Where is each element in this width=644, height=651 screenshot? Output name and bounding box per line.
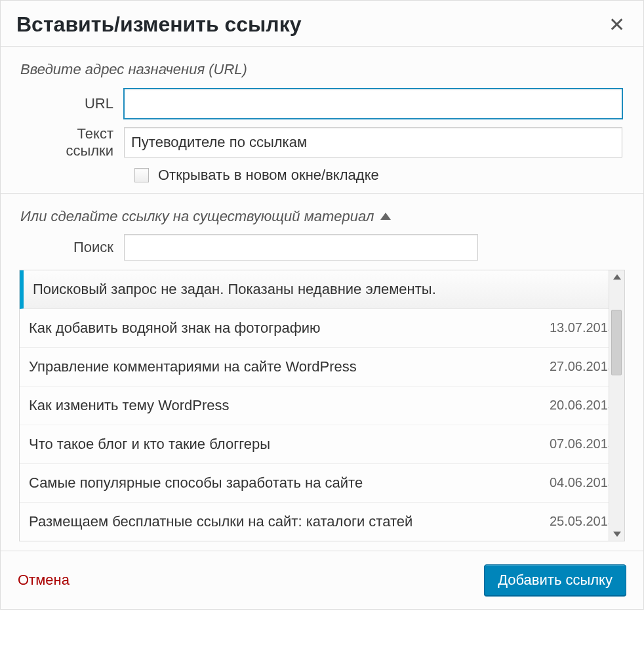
- scroll-thumb[interactable]: [611, 310, 622, 375]
- dialog-body: Введите адрес назначения (URL) URL Текст…: [1, 47, 643, 551]
- close-icon[interactable]: ✕: [606, 15, 628, 35]
- url-label: URL: [19, 95, 124, 112]
- open-new-row: Открывать в новом окне/вкладке: [134, 167, 625, 184]
- open-new-label: Открывать в новом окне/вкладке: [158, 167, 379, 184]
- search-input[interactable]: [124, 234, 478, 261]
- list-item-date: 07.06.2015: [550, 436, 615, 452]
- list-item-date: 27.06.2015: [550, 359, 615, 374]
- list-item-date: 13.07.2015: [550, 320, 615, 335]
- existing-content-label: Или сделайте ссылку на существующий мате…: [20, 208, 374, 225]
- list-item-date: 25.05.2015: [550, 514, 615, 529]
- list-item[interactable]: Самые популярные способы заработать на с…: [20, 464, 624, 503]
- url-row: URL: [19, 89, 625, 119]
- list-item[interactable]: Как добавить водяной знак на фотографию …: [20, 309, 624, 348]
- list-item-title: Как изменить тему WordPress: [29, 397, 230, 414]
- scroll-up-icon[interactable]: [613, 274, 621, 280]
- search-row: Поиск: [19, 234, 625, 261]
- list-item-title: Как добавить водяной знак на фотографию: [29, 320, 321, 337]
- dialog-title: Вставить/изменить ссылку: [16, 12, 302, 37]
- chevron-up-icon: [380, 213, 391, 220]
- list-item-date: 04.06.2015: [550, 475, 615, 490]
- results-list: Поисковый запрос не задан. Показаны неда…: [19, 270, 625, 541]
- search-label: Поиск: [19, 239, 124, 256]
- divider: [1, 193, 643, 194]
- list-item-title: Самые популярные способы заработать на с…: [29, 474, 363, 492]
- list-item[interactable]: Что такое блог и кто такие блоггеры 07.0…: [20, 425, 624, 464]
- insert-link-dialog: Вставить/изменить ссылку ✕ Введите адрес…: [0, 0, 644, 610]
- scrollbar[interactable]: [609, 270, 624, 541]
- list-item[interactable]: Управление комментариями на сайте WordPr…: [20, 348, 624, 387]
- list-item-title: Что такое блог и кто такие блоггеры: [29, 436, 270, 453]
- list-item[interactable]: Как изменить тему WordPress 20.06.2015: [20, 387, 624, 425]
- link-text-input[interactable]: [124, 127, 622, 158]
- link-text-row: Текст ссылки: [19, 125, 625, 160]
- list-item-title: Размещаем бесплатные ссылки на сайт: кат…: [29, 513, 413, 530]
- dialog-footer: Отмена Добавить ссылку: [1, 551, 643, 609]
- link-text-label: Текст ссылки: [19, 125, 124, 160]
- scroll-down-icon[interactable]: [613, 532, 621, 537]
- existing-content-toggle[interactable]: Или сделайте ссылку на существующий мате…: [20, 208, 625, 225]
- url-input[interactable]: [124, 89, 622, 119]
- cancel-button[interactable]: Отмена: [18, 572, 70, 589]
- list-item[interactable]: Размещаем бесплатные ссылки на сайт: кат…: [20, 503, 624, 541]
- results-header: Поисковый запрос не задан. Показаны неда…: [20, 270, 624, 309]
- dialog-header: Вставить/изменить ссылку ✕: [1, 1, 643, 47]
- url-hint: Введите адрес назначения (URL): [20, 61, 625, 78]
- add-link-button[interactable]: Добавить ссылку: [484, 564, 626, 596]
- list-item-title: Управление комментариями на сайте WordPr…: [29, 358, 357, 375]
- open-new-checkbox[interactable]: [134, 168, 149, 182]
- list-item-date: 20.06.2015: [550, 398, 615, 413]
